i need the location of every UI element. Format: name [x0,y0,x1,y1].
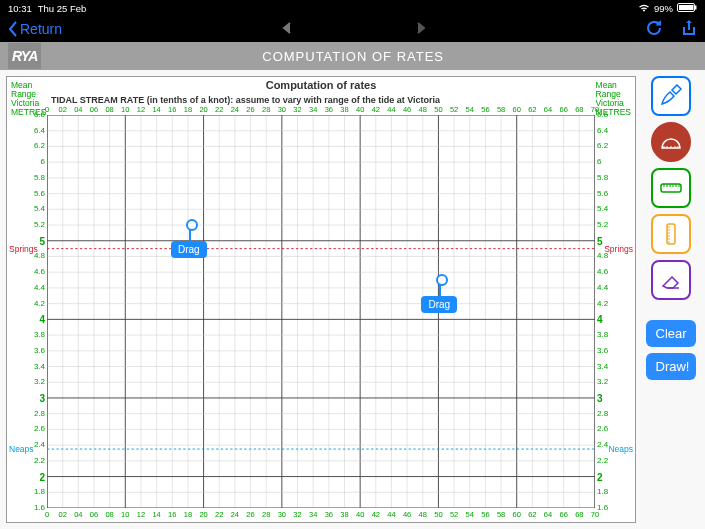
x-tick-label: 10 [121,510,129,519]
x-tick-label: 42 [372,510,380,519]
x-tick-label: 0 [45,510,49,519]
x-tick-label: 0 [45,105,49,114]
y-tick-label: 5.8 [597,173,633,182]
chart-area: Computation of rates TIDAL STREAM RATE (… [0,70,640,529]
nav-back-icon[interactable] [282,21,294,37]
y-tick-label: 2 [597,472,633,483]
right-toolbar: Clear Draw! [640,70,705,529]
y-tick-label: 4.2 [597,299,633,308]
x-tick-label: 06 [90,105,98,114]
tool-ruler[interactable] [651,214,691,254]
share-icon[interactable] [681,19,697,40]
y-tick-label: 4.4 [597,283,633,292]
chart-title: Computation of rates [7,79,635,91]
x-tick-label: 06 [90,510,98,519]
x-tick-label: 16 [168,510,176,519]
y-tick-label: 1.6 [597,503,633,512]
y-axis-left: 1.61.82.22.42.62.83.23.43.63.84.24.44.64… [7,115,47,508]
y-tick-label: 5.8 [9,173,45,182]
neaps-label: Neaps [9,444,34,454]
y-tick-label: 6.6 [597,110,633,119]
x-tick-label: 16 [168,105,176,114]
refresh-icon[interactable] [645,19,663,40]
return-button[interactable]: Return [8,21,62,37]
x-tick-label: 54 [466,510,474,519]
x-tick-label: 60 [513,105,521,114]
tool-tape[interactable] [651,168,691,208]
x-tick-label: 44 [387,105,395,114]
y-tick-label: 6 [9,157,45,166]
nav-forward-icon[interactable] [414,21,426,37]
x-tick-label: 66 [560,105,568,114]
y-tick-label: 6.4 [597,126,633,135]
x-tick-label: 38 [340,510,348,519]
clear-button[interactable]: Clear [646,320,696,347]
x-tick-label: 46 [403,510,411,519]
x-tick-label: 62 [528,105,536,114]
x-tick-label: 36 [325,105,333,114]
y-tick-label: 5.6 [9,189,45,198]
x-axis-top: 0020406081012141618202224262830323436384… [47,105,595,115]
y-tick-label: 6.2 [9,141,45,150]
y-tick-label: 5.2 [9,220,45,229]
draw-button[interactable]: Draw! [646,353,696,380]
y-tick-label: 4.4 [9,283,45,292]
x-axis-bottom: 0020406081012141618202224262830323436384… [47,510,595,520]
x-tick-label: 62 [528,510,536,519]
x-tick-label: 04 [74,105,82,114]
svg-rect-1 [679,5,694,10]
x-tick-label: 12 [137,510,145,519]
status-bar: 10:31 Thu 25 Feb 99% [0,0,705,16]
x-tick-label: 22 [215,105,223,114]
x-tick-label: 34 [309,105,317,114]
y-tick-label: 6.2 [597,141,633,150]
x-tick-label: 64 [544,105,552,114]
x-tick-label: 24 [231,105,239,114]
tool-protractor[interactable] [651,122,691,162]
y-tick-label: 6.4 [9,126,45,135]
x-tick-label: 68 [575,105,583,114]
chart-subtitle: TIDAL STREAM RATE (in tenths of a knot):… [51,95,440,105]
chart-grid[interactable]: DragDrag [47,115,595,508]
x-tick-label: 36 [325,510,333,519]
y-tick-label: 3 [9,393,45,404]
x-tick-label: 08 [105,105,113,114]
x-tick-label: 14 [152,510,160,519]
x-tick-label: 56 [481,510,489,519]
drag-handle-1[interactable]: Drag [421,282,457,313]
x-tick-label: 34 [309,510,317,519]
y-tick-label: 2 [9,472,45,483]
y-tick-label: 5.4 [597,204,633,213]
y-tick-label: 3.6 [9,346,45,355]
y-tick-label: 6 [597,157,633,166]
x-tick-label: 52 [450,510,458,519]
tool-pencil[interactable] [651,76,691,116]
x-tick-label: 32 [293,105,301,114]
x-tick-label: 68 [575,510,583,519]
x-tick-label: 70 [591,105,599,114]
x-tick-label: 02 [58,105,66,114]
x-tick-label: 38 [340,105,348,114]
drag-handle-0[interactable]: Drag [171,227,207,258]
y-tick-label: 3.2 [597,377,633,386]
drag-handle-label: Drag [171,241,207,258]
x-tick-label: 10 [121,105,129,114]
y-tick-label: 2.6 [9,424,45,433]
title-bar: RYA COMPUTATION OF RATES [0,42,705,70]
springs-label: Springs [604,244,633,254]
x-tick-label: 32 [293,510,301,519]
x-tick-label: 18 [184,510,192,519]
x-tick-label: 42 [372,105,380,114]
y-tick-label: 4.2 [9,299,45,308]
x-tick-label: 08 [105,510,113,519]
x-tick-label: 26 [246,510,254,519]
x-tick-label: 02 [58,510,66,519]
x-tick-label: 70 [591,510,599,519]
y-tick-label: 2.8 [597,409,633,418]
x-tick-label: 20 [199,105,207,114]
x-tick-label: 28 [262,105,270,114]
tool-eraser[interactable] [651,260,691,300]
y-tick-label: 1.6 [9,503,45,512]
x-tick-label: 40 [356,510,364,519]
x-tick-label: 12 [137,105,145,114]
